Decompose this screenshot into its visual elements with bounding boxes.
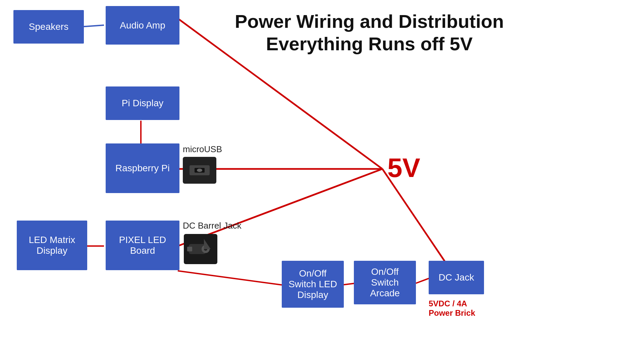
microusb-image <box>183 157 216 184</box>
raspberry-pi-box: Raspberry Pi <box>106 143 179 193</box>
svg-line-8 <box>342 283 356 285</box>
onoff-arcade-box: On/Off Switch Arcade <box>354 261 416 304</box>
microusb-label: microUSB <box>183 144 222 155</box>
led-matrix-box: LED Matrix Display <box>17 221 87 270</box>
svg-line-7 <box>416 278 429 283</box>
speakers-box: Speakers <box>13 10 84 44</box>
dc-barrel-label: DC Barrel Jack <box>183 221 241 231</box>
svg-marker-17 <box>204 239 211 249</box>
diagram-container: Power Wiring and Distribution Everything… <box>0 0 644 362</box>
svg-point-12 <box>197 169 202 172</box>
svg-rect-16 <box>187 247 192 251</box>
pixel-led-box: PIXEL LED Board <box>106 221 179 270</box>
dc-jack-box: DC Jack <box>429 261 484 294</box>
page-title: Power Wiring and Distribution Everything… <box>235 10 504 55</box>
power-brick-label: 5VDC / 4APower Brick <box>429 299 475 318</box>
svg-line-9 <box>178 271 282 285</box>
svg-line-0 <box>80 25 104 27</box>
onoff-led-box: On/Off Switch LED Display <box>282 261 344 308</box>
dc-barrel-image <box>184 234 217 264</box>
pi-display-box: Pi Display <box>106 86 179 120</box>
audio-amp-box: Audio Amp <box>106 6 179 45</box>
fivev-label: 5V <box>387 153 420 183</box>
